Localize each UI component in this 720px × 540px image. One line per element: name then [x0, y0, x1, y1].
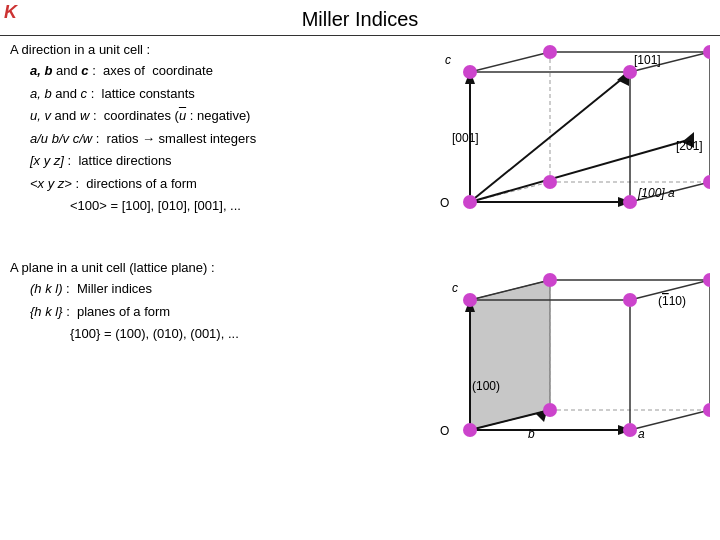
label-100a: [100] a: [637, 186, 675, 200]
list-item: a, b and c : axes of coordinate: [30, 61, 400, 81]
list-item: <100> = [100], [010], [001], ...: [70, 196, 400, 216]
node-ab: [703, 175, 710, 189]
main-content: A direction in a unit cell : a, b and c …: [0, 42, 720, 480]
label-101: [101]: [634, 53, 661, 67]
list-item: u, v and w : coordinates (u : negative): [30, 106, 400, 126]
label-c2: c: [452, 281, 458, 295]
node-O2: [463, 423, 477, 437]
node-c2: [463, 293, 477, 307]
direction-diagram-svg: O c [100] a [001] [101] [201]: [410, 42, 710, 252]
directions-section: A direction in a unit cell : a, b and c …: [10, 42, 710, 252]
planes-section: A plane in a unit cell (lattice plane) :…: [10, 260, 710, 480]
list-item: a/u b/v c/w : ratios → smallest integers: [30, 129, 400, 149]
section2-header: A plane in a unit cell (lattice plane) :: [10, 260, 400, 275]
node-b2: [543, 403, 557, 417]
node-a2: [623, 423, 637, 437]
list-item: [x y z] : lattice directions: [30, 151, 400, 171]
planes-text: A plane in a unit cell (lattice plane) :…: [10, 260, 410, 480]
logo-text: K: [4, 2, 17, 23]
section1-header: A direction in a unit cell :: [10, 42, 400, 57]
page-title: Miller Indices: [0, 0, 720, 36]
label-201: [201]: [676, 139, 703, 153]
node-ac2: [623, 293, 637, 307]
node-bc2: [543, 273, 557, 287]
node-b: [543, 175, 557, 189]
node-bc: [543, 45, 557, 59]
node-abc: [703, 45, 710, 59]
cube-edge: [470, 52, 550, 72]
plane-diagram-svg: O a c b (100) (110): [410, 260, 710, 480]
label-001: [001]: [452, 131, 479, 145]
plane-diagram: O a c b (100) (110): [410, 260, 710, 480]
direction-diagram: O c [100] a [001] [101] [201]: [410, 42, 710, 252]
plane-100: [470, 280, 550, 430]
node-ac: [623, 65, 637, 79]
node-ab2: [703, 403, 710, 417]
label-100: (100): [472, 379, 500, 393]
label-b2: b: [528, 427, 535, 441]
label-a2: a: [638, 427, 645, 441]
label-O: O: [440, 196, 449, 210]
list-item: {h k l} : planes of a form: [30, 302, 400, 322]
node-O: [463, 195, 477, 209]
label-110bar: (110): [658, 294, 686, 308]
list-item: (h k l) : Miller indices: [30, 279, 400, 299]
label-c: c: [445, 53, 451, 67]
list-item: a, b and c : lattice constants: [30, 84, 400, 104]
list-item: {100} = (100), (010), (001), ...: [70, 324, 400, 344]
node-abc2: [703, 273, 710, 287]
directions-text: A direction in a unit cell : a, b and c …: [10, 42, 410, 252]
label-O2: O: [440, 424, 449, 438]
list-item: <x y z> : directions of a form: [30, 174, 400, 194]
node-a: [623, 195, 637, 209]
node-c: [463, 65, 477, 79]
